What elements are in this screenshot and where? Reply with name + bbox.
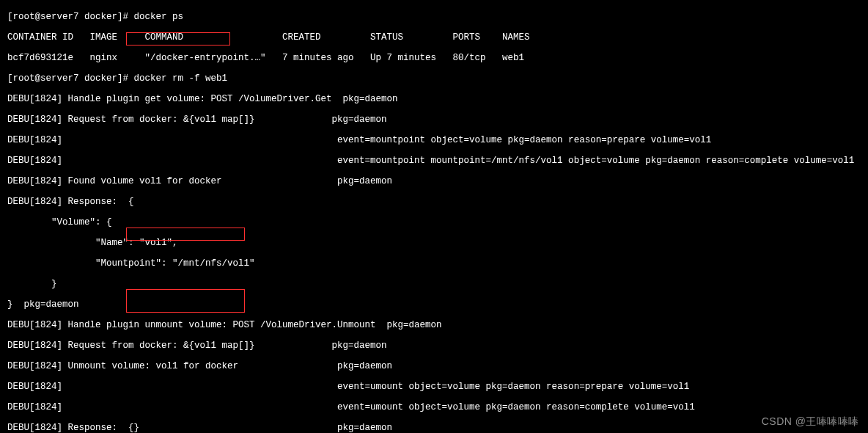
docker-ps-row: bcf7d693121e nginx "/docker-entrypoint.…… <box>7 53 865 63</box>
output-line: DEBU[1824] event=mountpoint mountpoint=/… <box>7 156 865 166</box>
output-line: DEBU[1824] event=umount object=volume pk… <box>7 402 865 412</box>
terminal[interactable]: [root@server7 docker]# docker ps CONTAIN… <box>0 0 868 432</box>
output-line: DEBU[1824] Handle plugin unmount volume:… <box>7 320 865 330</box>
docker-ps-header: CONTAINER ID IMAGE COMMAND CREATED STATU… <box>7 32 865 43</box>
prompt: [root@server7 docker]# <box>7 12 134 22</box>
output-line: DEBU[1824] Request from docker: &{vol1 m… <box>7 114 865 125</box>
prompt: [root@server7 docker]# <box>7 73 134 84</box>
output-line: } <box>7 279 865 289</box>
output-line: DEBU[1824] event=mountpoint object=volum… <box>7 135 865 145</box>
output-line: DEBU[1824] Response: {} pkg=daemon <box>7 423 865 433</box>
output-line: DEBU[1824] Response: { <box>7 197 865 207</box>
watermark: CSDN @王唪唪唪唪 <box>762 415 859 429</box>
output-line: DEBU[1824] Found volume vol1 for docker … <box>7 176 865 186</box>
output-line: DEBU[1824] Request from docker: &{vol1 m… <box>7 341 865 351</box>
output-line: DEBU[1824] event=umount object=volume pk… <box>7 382 865 392</box>
output-line: "Volume": { <box>7 217 865 228</box>
output-line: } pkg=daemon <box>7 299 865 310</box>
command-docker-ps: docker ps <box>134 12 184 22</box>
output-line: "Mountpoint": "/mnt/nfs/vol1" <box>7 258 865 269</box>
output-line: DEBU[1824] Unmount volume: vol1 for dock… <box>7 361 865 371</box>
output-line: DEBU[1824] Handle plugin get volume: POS… <box>7 94 865 104</box>
command-docker-rm: docker rm -f web1 <box>134 73 228 84</box>
output-line: "Name": "vol1", <box>7 238 865 248</box>
